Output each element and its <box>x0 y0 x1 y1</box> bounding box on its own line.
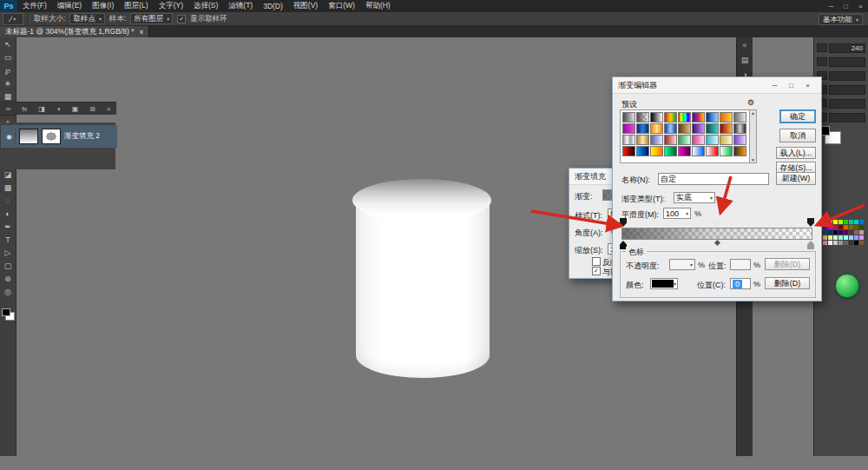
restore-window-icon[interactable]: □ <box>838 0 853 12</box>
color-swatch[interactable] <box>823 241 827 245</box>
gradient-preset[interactable] <box>720 135 733 145</box>
gradient-preview-strip[interactable] <box>621 228 812 240</box>
sample-layers-select[interactable]: 所有图层 ▾ <box>130 13 173 24</box>
close-dialog-icon[interactable]: × <box>799 79 816 91</box>
lasso-tool[interactable]: ℘ <box>0 63 16 76</box>
color-swatch[interactable] <box>854 220 858 224</box>
menu-item[interactable]: 滤镜(T) <box>223 0 258 12</box>
delete-opacity-stop-button[interactable]: 删除(D) <box>765 258 810 270</box>
menu-item[interactable]: 文件(F) <box>17 0 52 12</box>
gradient-preset[interactable] <box>733 112 746 122</box>
menu-item[interactable]: 图像(I) <box>87 0 119 12</box>
gradient-preset[interactable] <box>706 112 719 122</box>
active-tool-preset[interactable]: ∕ ▾ <box>3 13 23 25</box>
color-swatch[interactable] <box>828 220 832 224</box>
color-position-field[interactable]: 0 <box>730 278 751 289</box>
property-field[interactable] <box>829 113 865 122</box>
color-swatch[interactable] <box>844 225 848 229</box>
hand-tool[interactable]: ⊛ <box>0 272 16 285</box>
property-field[interactable] <box>829 71 865 81</box>
gradient-editor-titlebar[interactable]: 渐变编辑器 ─ □ × <box>613 77 821 94</box>
color-swatch[interactable] <box>823 225 827 229</box>
opacity-stop-left[interactable] <box>620 218 627 227</box>
gradient-preset[interactable] <box>622 123 635 134</box>
gradient-preset[interactable] <box>692 123 705 134</box>
layer-effects-icon[interactable]: fx <box>22 105 27 113</box>
gradient-preset[interactable] <box>692 146 705 156</box>
color-swatch[interactable] <box>838 230 843 235</box>
dock-panel-icon[interactable]: ▤ <box>737 52 753 67</box>
color-swatch[interactable] <box>828 235 832 240</box>
new-gradient-button[interactable]: 新建(W) <box>776 172 816 185</box>
scroll-up-icon[interactable]: ▲ <box>751 110 755 116</box>
ok-button[interactable]: 确定 <box>779 109 816 123</box>
gradient-preset[interactable] <box>678 112 691 122</box>
blur-tool[interactable]: ◌ <box>0 194 16 207</box>
show-sampling-ring-checkbox[interactable]: ✓ <box>177 15 186 23</box>
presets-scrollbar[interactable]: ▲ ▼ <box>749 109 757 163</box>
color-swatch[interactable] <box>849 220 853 224</box>
marquee-tool[interactable]: ▭ <box>0 50 16 63</box>
gradient-name-input[interactable]: 自定 <box>658 173 769 185</box>
load-button[interactable]: 载入(L)... <box>776 147 816 159</box>
property-field[interactable] <box>829 85 865 95</box>
layer-thumbnail[interactable] <box>19 129 38 144</box>
cancel-button[interactable]: 取消 <box>779 129 816 142</box>
midpoint-marker[interactable] <box>714 240 720 246</box>
gradient-preset[interactable] <box>664 112 677 122</box>
close-tab-icon[interactable]: × <box>139 28 143 36</box>
gradient-preset[interactable] <box>720 123 733 134</box>
gradient-preset[interactable] <box>664 123 677 134</box>
menu-item[interactable]: 编辑(E) <box>52 0 87 12</box>
minimize-window-icon[interactable]: ─ <box>824 0 838 12</box>
opacity-stop-middle[interactable] <box>713 218 720 227</box>
color-swatch[interactable] <box>823 230 827 235</box>
color-swatch[interactable] <box>844 220 848 224</box>
gradient-preset[interactable] <box>622 135 635 145</box>
delete-layer-icon[interactable]: × <box>107 105 111 113</box>
move-tool[interactable]: ↖ <box>0 37 16 50</box>
gradient-preset[interactable] <box>706 135 719 145</box>
opacity-stop-right[interactable] <box>807 218 814 227</box>
color-swatch[interactable] <box>854 241 858 245</box>
gradient-preset[interactable] <box>692 135 705 145</box>
document-tab[interactable]: 未标题-1 @ 304%(渐变填充 1,RGB/8) * × <box>0 26 149 37</box>
gradient-preset[interactable] <box>733 123 746 134</box>
color-swatch[interactable] <box>833 225 838 229</box>
color-swatch[interactable] <box>859 230 864 235</box>
menu-item[interactable]: 视图(V) <box>288 0 323 12</box>
color-swatch[interactable] <box>849 241 853 245</box>
gradient-preset[interactable] <box>650 112 663 122</box>
new-layer-icon[interactable]: ⊞ <box>89 105 95 113</box>
type-tool[interactable]: T <box>0 233 16 246</box>
property-field[interactable] <box>829 99 865 109</box>
stop-color-swatch[interactable]: ▾ <box>650 278 678 289</box>
gradient-type-select[interactable]: 实底 ▾ <box>674 192 715 203</box>
gradient-preset[interactable] <box>664 146 677 156</box>
color-swatch[interactable] <box>849 225 853 229</box>
sample-size-select[interactable]: 取样点 ▾ <box>69 13 105 24</box>
screen-record-button[interactable] <box>835 274 859 298</box>
color-swatch[interactable] <box>833 241 838 245</box>
minimize-dialog-icon[interactable]: ─ <box>766 79 783 91</box>
color-swatch[interactable] <box>838 241 843 245</box>
color-swatch[interactable] <box>844 235 848 240</box>
color-swatch[interactable] <box>849 230 853 235</box>
foreground-background-swatches[interactable] <box>2 308 14 321</box>
menu-item[interactable]: 帮助(H) <box>360 0 396 12</box>
color-swatch[interactable] <box>833 235 838 240</box>
dock-panel-icon[interactable]: « <box>737 37 753 52</box>
color-swatch[interactable] <box>828 241 832 245</box>
color-swatch[interactable] <box>854 235 858 240</box>
gear-icon[interactable]: ⚙ <box>747 98 754 107</box>
stop-position-field[interactable] <box>730 259 751 270</box>
gradient-preset[interactable] <box>678 146 691 156</box>
property-field[interactable]: 240 <box>829 43 865 53</box>
color-swatch[interactable] <box>844 241 848 245</box>
color-swatch[interactable] <box>859 241 864 245</box>
close-window-icon[interactable]: × <box>853 0 868 12</box>
color-swatch[interactable] <box>833 230 838 235</box>
gradient-preset[interactable] <box>720 112 733 122</box>
gradient-preset[interactable] <box>664 135 677 145</box>
gradient-preset[interactable] <box>622 112 635 122</box>
